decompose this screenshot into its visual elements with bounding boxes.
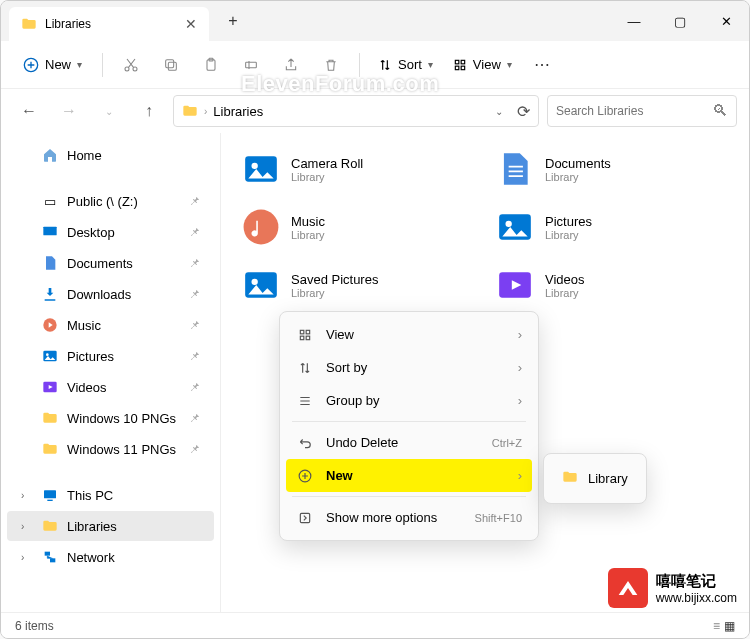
sidebar-item-label: Libraries — [67, 519, 117, 534]
sidebar-item-label: Music — [67, 318, 101, 333]
svg-rect-20 — [50, 558, 55, 562]
svg-rect-8 — [455, 60, 459, 64]
library-name: Videos — [545, 272, 585, 287]
tab-libraries[interactable]: Libraries ✕ — [9, 7, 209, 41]
pin-icon: 📌︎ — [189, 443, 200, 455]
chevron-right-icon: › — [518, 327, 522, 342]
sidebar-item-win10pngs[interactable]: Windows 10 PNGs 📌︎ — [7, 403, 214, 433]
sidebar-item-desktop[interactable]: Desktop 📌︎ — [7, 217, 214, 247]
library-item[interactable]: Saved PicturesLibrary — [241, 265, 475, 305]
paste-button[interactable] — [193, 47, 229, 83]
maximize-button[interactable]: ▢ — [657, 1, 703, 41]
svg-rect-9 — [461, 60, 465, 64]
ctx-new[interactable]: New › — [286, 459, 532, 492]
cut-button[interactable] — [113, 47, 149, 83]
svg-rect-31 — [300, 336, 304, 340]
titlebar: Libraries ✕ + — ▢ ✕ — [1, 1, 749, 41]
ctx-sortby[interactable]: Sort by › — [286, 351, 532, 384]
minimize-button[interactable]: — — [611, 1, 657, 41]
refresh-button[interactable]: ⟳ — [517, 102, 530, 121]
documents-icon — [41, 254, 59, 272]
back-button[interactable]: ← — [13, 95, 45, 127]
library-name: Pictures — [545, 214, 592, 229]
ctx-more[interactable]: Show more options Shift+F10 — [286, 501, 532, 534]
new-button[interactable]: New ▾ — [13, 51, 92, 79]
library-sub: Library — [545, 229, 592, 241]
navbar: ← → ⌄ ↑ › Libraries ⌄ ⟳ 🔍︎ — [1, 89, 749, 133]
forward-button[interactable]: → — [53, 95, 85, 127]
ctx-label: Sort by — [326, 360, 367, 375]
library-sub: Library — [291, 287, 378, 299]
sort-button[interactable]: Sort ▾ — [370, 51, 441, 78]
ctx-label: New — [326, 468, 353, 483]
sidebar-item-documents[interactable]: Documents 📌︎ — [7, 248, 214, 278]
new-tab-button[interactable]: + — [217, 5, 249, 37]
library-item[interactable]: DocumentsLibrary — [495, 149, 729, 189]
more-button[interactable]: ⋯ — [524, 47, 560, 83]
close-button[interactable]: ✕ — [703, 1, 749, 41]
sidebar-item-downloads[interactable]: Downloads 📌︎ — [7, 279, 214, 309]
ctx-groupby[interactable]: Group by › — [286, 384, 532, 417]
svg-rect-10 — [455, 66, 459, 70]
details-view-button[interactable]: ≡ — [713, 619, 720, 633]
chevron-down-icon: ▾ — [428, 59, 433, 70]
copy-button[interactable] — [153, 47, 189, 83]
address-bar[interactable]: › Libraries ⌄ ⟳ — [173, 95, 539, 127]
sidebar-item-label: Windows 10 PNGs — [67, 411, 176, 426]
sidebar-item-libraries[interactable]: › Libraries — [7, 511, 214, 541]
ctx-undo[interactable]: Undo Delete Ctrl+Z — [286, 426, 532, 459]
sidebar-item-pictures[interactable]: Pictures 📌︎ — [7, 341, 214, 371]
svg-point-15 — [46, 353, 49, 356]
chevron-right-icon[interactable]: › — [21, 490, 33, 501]
view-button[interactable]: View ▾ — [445, 51, 520, 78]
search-input[interactable] — [556, 104, 712, 118]
sidebar-item-music[interactable]: Music 📌︎ — [7, 310, 214, 340]
chevron-down-icon: ▾ — [507, 59, 512, 70]
sidebar-item-win11pngs[interactable]: Windows 11 PNGs 📌︎ — [7, 434, 214, 464]
view-label: View — [473, 57, 501, 72]
library-item[interactable]: VideosLibrary — [495, 265, 729, 305]
sidebar-item-label: Windows 11 PNGs — [67, 442, 176, 457]
rename-button[interactable] — [233, 47, 269, 83]
library-item[interactable]: MusicLibrary — [241, 207, 475, 247]
delete-button[interactable] — [313, 47, 349, 83]
separator — [102, 53, 103, 77]
chevron-right-icon: › — [518, 360, 522, 375]
music-icon — [241, 207, 281, 247]
close-icon[interactable]: ✕ — [185, 16, 197, 32]
library-item[interactable]: PicturesLibrary — [495, 207, 729, 247]
chevron-right-icon[interactable]: › — [21, 552, 33, 563]
network-icon — [41, 548, 59, 566]
library-grid: Camera RollLibrary DocumentsLibrary Musi… — [241, 149, 729, 305]
window-controls: — ▢ ✕ — [611, 1, 749, 41]
library-item[interactable]: Camera RollLibrary — [241, 149, 475, 189]
share-button[interactable] — [273, 47, 309, 83]
chevron-down-icon[interactable]: ⌄ — [495, 106, 503, 117]
pin-icon: 📌︎ — [189, 195, 200, 207]
sidebar-item-thispc[interactable]: › This PC — [7, 480, 214, 510]
content-area[interactable]: Camera RollLibrary DocumentsLibrary Musi… — [221, 133, 749, 612]
pin-icon: 📌︎ — [189, 350, 200, 362]
main-area: Home ▭ Public (\ (Z:) 📌︎ Desktop 📌︎ Docu… — [1, 133, 749, 612]
desktop-icon — [41, 223, 59, 241]
sidebar-item-home[interactable]: Home — [7, 140, 214, 170]
grid-icon — [296, 328, 314, 342]
downloads-icon — [41, 285, 59, 303]
drive-icon: ▭ — [41, 192, 59, 210]
pc-icon — [41, 486, 59, 504]
chevron-right-icon[interactable]: › — [21, 521, 33, 532]
ctx-label: View — [326, 327, 354, 342]
sidebar-item-public[interactable]: ▭ Public (\ (Z:) 📌︎ — [7, 186, 214, 216]
sidebar-item-network[interactable]: › Network — [7, 542, 214, 572]
library-name: Documents — [545, 156, 611, 171]
library-sub: Library — [291, 229, 325, 241]
plus-circle-icon — [296, 469, 314, 483]
sidebar-item-videos[interactable]: Videos 📌︎ — [7, 372, 214, 402]
search-box[interactable]: 🔍︎ — [547, 95, 737, 127]
submenu-library[interactable]: Library — [550, 460, 640, 497]
up-button[interactable]: ↑ — [133, 95, 165, 127]
icons-view-button[interactable]: ▦ — [724, 619, 735, 633]
recent-dropdown[interactable]: ⌄ — [93, 95, 125, 127]
ctx-view[interactable]: View › — [286, 318, 532, 351]
svg-rect-29 — [300, 330, 304, 334]
